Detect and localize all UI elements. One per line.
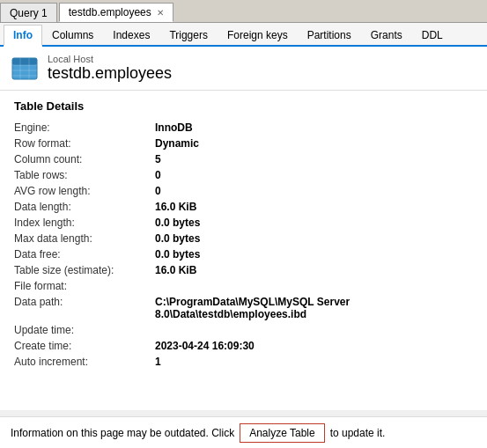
detail-value: 5 <box>155 151 473 167</box>
detail-value: C:\ProgramData\MySQL\MySQL Server 8.0\Da… <box>155 294 473 322</box>
tab-grants[interactable]: Grants <box>361 25 412 45</box>
detail-value: 2023-04-24 16:09:30 <box>155 338 473 354</box>
table-row: Create time:2023-04-24 16:09:30 <box>14 338 473 354</box>
content-area: Table Details Engine:InnoDBRow format:Dy… <box>0 91 487 410</box>
detail-value: InnoDB <box>155 120 473 136</box>
detail-label: Update time: <box>14 322 155 338</box>
table-row: Table size (estimate):16.0 KiB <box>14 262 473 278</box>
detail-label: Create time: <box>14 338 155 354</box>
table-icon <box>11 55 39 83</box>
detail-label: Index length: <box>14 215 155 231</box>
svg-rect-1 <box>12 58 37 65</box>
tab-testdb-employees-label: testdb.employees <box>69 6 151 18</box>
tab-query1[interactable]: Query 1 <box>0 3 57 22</box>
tab-indexes-label: Indexes <box>113 29 150 41</box>
tab-triggers[interactable]: Triggers <box>159 25 218 45</box>
header-area: Local Host testdb.employees <box>0 47 487 91</box>
detail-label: Data path: <box>14 294 155 322</box>
tab-grants-label: Grants <box>371 29 402 41</box>
table-row: Max data length:0.0 bytes <box>14 231 473 246</box>
tab-columns[interactable]: Columns <box>42 25 103 45</box>
header-title: testdb.employees <box>48 64 172 83</box>
tab-info[interactable]: Info <box>4 25 42 47</box>
tab-partitions[interactable]: Partitions <box>298 25 361 45</box>
table-row: Data length:16.0 KiB <box>14 199 473 215</box>
table-row: Column count:5 <box>14 151 473 167</box>
detail-value: Dynamic <box>155 136 473 151</box>
detail-value: 16.0 KiB <box>155 199 473 215</box>
table-row: Update time: <box>14 322 473 338</box>
table-row: Index length:0.0 bytes <box>14 215 473 231</box>
details-table: Engine:InnoDBRow format:DynamicColumn co… <box>14 120 473 370</box>
detail-value: 16.0 KiB <box>155 262 473 278</box>
tab-info-label: Info <box>13 29 33 41</box>
header-subtitle: Local Host <box>48 54 172 64</box>
detail-label: Table rows: <box>14 167 155 183</box>
table-row: Table rows:0 <box>14 167 473 183</box>
tab-foreign-keys[interactable]: Foreign keys <box>218 25 298 45</box>
footer: Information on this page may be outdated… <box>0 416 487 448</box>
detail-label: AVG row length: <box>14 183 155 199</box>
section-title: Table Details <box>14 99 473 113</box>
detail-label: Max data length: <box>14 231 155 246</box>
detail-value: 0.0 bytes <box>155 246 473 262</box>
tab-columns-label: Columns <box>52 29 93 41</box>
detail-value: 1 <box>155 354 473 370</box>
tab-partitions-label: Partitions <box>307 29 351 41</box>
table-row: Engine:InnoDB <box>14 120 473 136</box>
detail-label: Column count: <box>14 151 155 167</box>
tab-triggers-label: Triggers <box>169 29 208 41</box>
detail-label: File format: <box>14 278 155 294</box>
detail-value: 0 <box>155 183 473 199</box>
table-row: File format: <box>14 278 473 294</box>
table-row: Auto increment:1 <box>14 354 473 370</box>
detail-label: Engine: <box>14 120 155 136</box>
tab-foreign-keys-label: Foreign keys <box>227 29 288 41</box>
table-row: Data free:0.0 bytes <box>14 246 473 262</box>
header-text: Local Host testdb.employees <box>48 54 172 83</box>
detail-value: 0.0 bytes <box>155 215 473 231</box>
analyze-table-button[interactable]: Analyze Table <box>240 423 325 443</box>
detail-value: 0 <box>155 167 473 183</box>
tab-ddl[interactable]: DDL <box>412 25 453 45</box>
table-row: Data path:C:\ProgramData\MySQL\MySQL Ser… <box>14 294 473 322</box>
detail-label: Auto increment: <box>14 354 155 370</box>
tab-bar: Query 1 testdb.employees ✕ <box>0 0 487 23</box>
tab-query1-label: Query 1 <box>10 7 48 19</box>
footer-text-after: to update it. <box>330 427 386 439</box>
tab-testdb-employees[interactable]: testdb.employees ✕ <box>59 3 173 22</box>
detail-label: Data free: <box>14 246 155 262</box>
table-row: Row format:Dynamic <box>14 136 473 151</box>
close-icon[interactable]: ✕ <box>157 8 164 18</box>
detail-label: Data length: <box>14 199 155 215</box>
nav-tabs: Info Columns Indexes Triggers Foreign ke… <box>0 23 487 47</box>
footer-text-before: Information on this page may be outdated… <box>11 427 234 439</box>
detail-label: Row format: <box>14 136 155 151</box>
table-row: AVG row length:0 <box>14 183 473 199</box>
tab-ddl-label: DDL <box>422 29 443 41</box>
tab-indexes[interactable]: Indexes <box>103 25 159 45</box>
detail-label: Table size (estimate): <box>14 262 155 278</box>
detail-value <box>155 322 473 338</box>
detail-value <box>155 278 473 294</box>
detail-value: 0.0 bytes <box>155 231 473 246</box>
